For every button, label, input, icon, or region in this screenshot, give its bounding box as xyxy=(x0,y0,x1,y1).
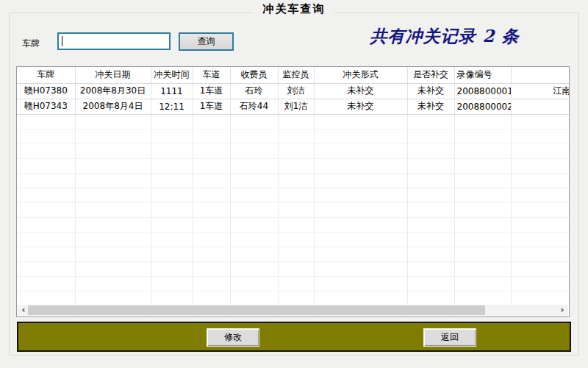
empty-cell xyxy=(193,291,230,305)
column-header: 监控员 xyxy=(278,67,314,83)
empty-grid-row xyxy=(17,144,570,158)
column-header: 冲关时间 xyxy=(151,67,193,83)
scroll-left-arrow-icon[interactable]: ‹ xyxy=(19,305,28,315)
empty-cell xyxy=(151,217,193,232)
table-cell: 1111 xyxy=(151,83,193,99)
empty-cell xyxy=(511,114,570,129)
empty-cell xyxy=(454,247,511,261)
empty-cell xyxy=(314,261,407,276)
table-cell: 1车道 xyxy=(193,99,230,114)
empty-cell xyxy=(17,276,75,291)
empty-cell xyxy=(454,291,511,305)
empty-cell xyxy=(230,276,278,291)
empty-cell xyxy=(193,129,230,144)
empty-cell xyxy=(511,232,570,247)
back-button[interactable]: 返回 xyxy=(423,328,476,347)
modify-button[interactable]: 修改 xyxy=(207,328,259,347)
empty-cell xyxy=(17,114,75,129)
empty-grid-row xyxy=(17,232,570,247)
empty-cell xyxy=(17,144,75,158)
empty-cell xyxy=(75,217,151,232)
empty-cell xyxy=(278,188,314,202)
scroll-right-arrow-icon[interactable]: › xyxy=(558,305,567,315)
empty-grid-row xyxy=(17,276,570,291)
empty-cell xyxy=(17,158,75,173)
search-button[interactable]: 查询 xyxy=(179,32,234,51)
horizontal-scrollbar[interactable]: ‹ › xyxy=(18,305,568,316)
empty-cell xyxy=(151,173,193,188)
empty-cell xyxy=(511,217,570,232)
empty-cell xyxy=(230,261,278,276)
column-header: 冲关形式 xyxy=(314,67,407,83)
empty-grid-row xyxy=(17,291,570,305)
empty-cell xyxy=(75,114,151,129)
empty-cell xyxy=(407,188,454,202)
empty-cell xyxy=(511,261,570,276)
empty-cell xyxy=(151,276,193,291)
empty-cell xyxy=(75,202,151,217)
empty-cell xyxy=(151,261,193,276)
plate-input[interactable] xyxy=(59,35,169,49)
empty-cell xyxy=(454,173,511,188)
records-grid[interactable]: 车牌冲关日期冲关时间车道收费员监控员冲关形式是否补交录像编号 赣H0738020… xyxy=(16,66,570,317)
empty-cell xyxy=(454,188,511,202)
empty-cell xyxy=(454,217,511,232)
empty-grid-row xyxy=(17,247,570,261)
empty-cell xyxy=(151,202,193,217)
column-header: 录像编号 xyxy=(454,67,511,83)
empty-cell xyxy=(75,144,151,158)
empty-cell xyxy=(278,158,314,173)
table-cell: 2008年8月30日 xyxy=(75,83,151,99)
empty-cell xyxy=(230,202,278,217)
empty-cell xyxy=(407,129,454,144)
table-row[interactable]: 赣H073802008年8月30日11111车道石玲刘洁未补交未补交200880… xyxy=(17,83,570,99)
empty-cell xyxy=(314,291,407,305)
empty-cell xyxy=(75,173,151,188)
empty-cell xyxy=(75,291,151,305)
empty-cell xyxy=(17,247,75,261)
table-row[interactable]: 赣H073432008年8月4日12:111车道石玲44刘1洁未补交未补交200… xyxy=(17,99,570,114)
table-cell: 江南 xyxy=(511,83,570,99)
empty-cell xyxy=(314,247,407,261)
empty-cell xyxy=(193,232,230,247)
empty-cell xyxy=(193,261,230,276)
empty-cell xyxy=(314,129,407,144)
scrollbar-thumb[interactable] xyxy=(28,305,485,315)
empty-cell xyxy=(454,129,511,144)
empty-cell xyxy=(511,202,570,217)
empty-cell xyxy=(151,158,193,173)
empty-cell xyxy=(454,276,511,291)
empty-cell xyxy=(75,188,151,202)
empty-cell xyxy=(407,158,454,173)
empty-cell xyxy=(193,144,230,158)
column-header: 冲关日期 xyxy=(75,67,151,83)
table-cell: 2008800001 xyxy=(454,83,511,99)
empty-cell xyxy=(314,188,407,202)
empty-cell xyxy=(230,114,278,129)
empty-cell xyxy=(17,188,75,202)
empty-cell xyxy=(511,144,570,158)
empty-cell xyxy=(151,129,193,144)
empty-cell xyxy=(278,217,314,232)
empty-cell xyxy=(314,144,407,158)
column-header: 车牌 xyxy=(17,67,75,83)
empty-grid-row xyxy=(17,217,570,232)
empty-cell xyxy=(230,129,278,144)
empty-grid-row xyxy=(17,261,570,276)
empty-cell xyxy=(75,247,151,261)
empty-cell xyxy=(314,276,407,291)
empty-cell xyxy=(230,217,278,232)
table-cell: 石玲 xyxy=(230,83,278,99)
empty-grid-row xyxy=(17,173,570,188)
cell-value: 江南 xyxy=(553,85,570,96)
empty-cell xyxy=(454,144,511,158)
empty-cell xyxy=(193,276,230,291)
table-cell: 未补交 xyxy=(314,99,407,114)
empty-grid-row xyxy=(17,129,570,144)
page-title: 冲关车查询 xyxy=(254,2,334,16)
empty-grid-row xyxy=(17,202,570,217)
empty-cell xyxy=(17,232,75,247)
empty-cell xyxy=(511,247,570,261)
empty-cell xyxy=(17,202,75,217)
table-cell: 1车道 xyxy=(193,83,230,99)
